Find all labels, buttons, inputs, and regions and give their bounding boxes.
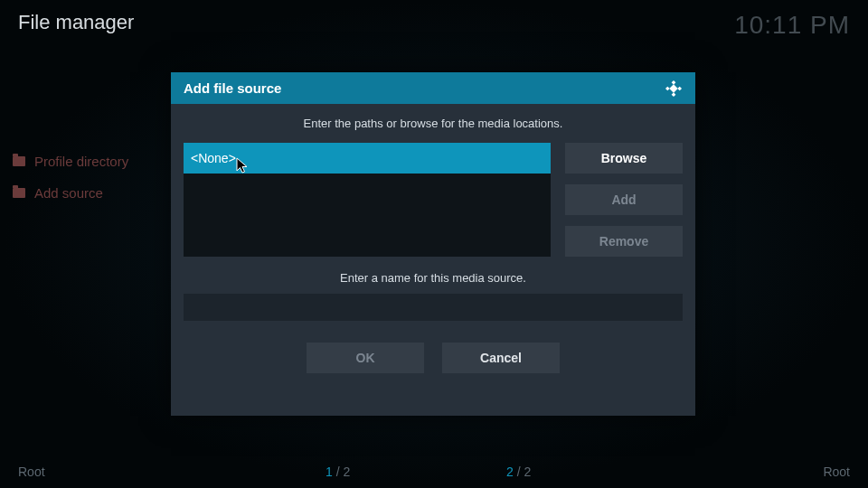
paths-list[interactable]: <None> xyxy=(184,143,551,257)
sidebar-item-label: Add source xyxy=(34,185,103,201)
svg-rect-4 xyxy=(669,84,677,92)
sidebar-item-add-source[interactable]: Add source xyxy=(13,185,128,201)
dialog-title: Add file source xyxy=(184,80,281,96)
file-manager-sidebar: Profile directory Add source xyxy=(13,154,128,201)
path-entry-selected[interactable]: <None> xyxy=(184,143,551,174)
dialog-header: Add file source xyxy=(171,72,695,104)
sidebar-item-label: Profile directory xyxy=(34,154,128,169)
folder-icon xyxy=(13,156,25,166)
remove-button[interactable]: Remove xyxy=(565,226,683,257)
name-instruction: Enter a name for this media source. xyxy=(184,271,683,285)
status-bar: Root 1 / 2 2 / 2 Root xyxy=(0,461,868,483)
svg-rect-1 xyxy=(665,86,670,90)
svg-rect-2 xyxy=(677,86,682,90)
add-file-source-dialog: Add file source Enter the paths or brows… xyxy=(171,72,695,416)
clock: 10:11 PM xyxy=(734,11,850,40)
sidebar-item-profile-directory[interactable]: Profile directory xyxy=(13,154,128,169)
path-entry-text: <None> xyxy=(191,151,236,165)
page-indicator-left: 1 / 2 xyxy=(326,465,350,479)
page-indicator-right: 2 / 2 xyxy=(506,465,531,479)
svg-rect-3 xyxy=(672,92,676,97)
cursor-icon xyxy=(236,157,250,175)
source-name-input[interactable] xyxy=(184,294,683,321)
kodi-logo-icon xyxy=(665,80,683,98)
cancel-button[interactable]: Cancel xyxy=(442,343,560,373)
root-label-right: Root xyxy=(823,465,850,479)
root-label-left: Root xyxy=(18,465,45,479)
folder-icon xyxy=(13,188,25,198)
svg-rect-0 xyxy=(672,80,676,84)
add-button[interactable]: Add xyxy=(565,184,683,215)
paths-instruction: Enter the paths or browse for the media … xyxy=(184,117,683,130)
browse-button[interactable]: Browse xyxy=(565,143,683,174)
ok-button[interactable]: OK xyxy=(307,343,424,373)
page-title: File manager xyxy=(18,11,134,34)
